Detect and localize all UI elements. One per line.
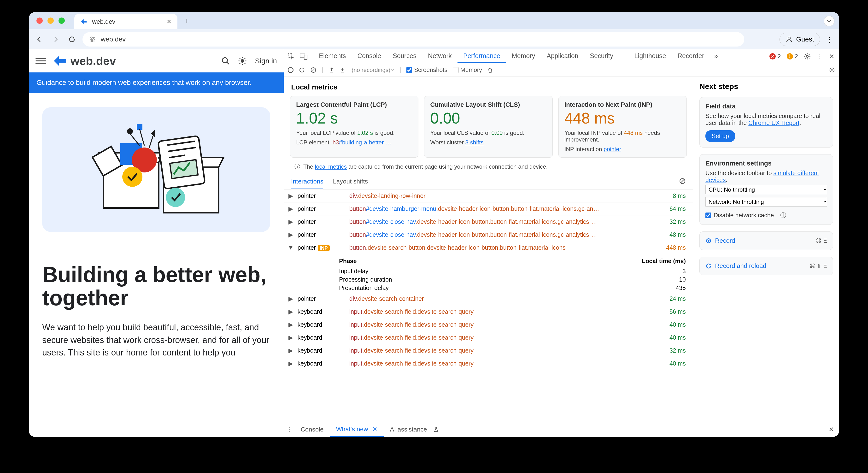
- theme-toggle-icon[interactable]: [238, 57, 247, 65]
- drawer-tab-ai[interactable]: AI assistance: [384, 422, 445, 437]
- browser-menu-button[interactable]: ⋮: [825, 35, 834, 43]
- close-icon[interactable]: ✕: [370, 425, 377, 433]
- close-window[interactable]: [36, 18, 43, 24]
- close-tab-icon[interactable]: ✕: [166, 18, 172, 25]
- svg-line-12: [240, 63, 240, 64]
- devtools-tab-performance[interactable]: Performance: [458, 50, 506, 63]
- svg-point-1: [93, 39, 94, 40]
- gc-icon[interactable]: [487, 67, 493, 73]
- screenshots-checkbox[interactable]: Screenshots: [406, 66, 447, 73]
- browser-toolbar: web.dev Guest ⋮: [29, 29, 839, 50]
- forward-button[interactable]: [50, 34, 61, 45]
- error-count[interactable]: ✕2: [770, 53, 781, 60]
- url-text: web.dev: [101, 35, 126, 43]
- recordings-select[interactable]: (no recordings): [351, 66, 395, 73]
- devtools-tab-network[interactable]: Network: [422, 50, 458, 63]
- collapse-tabs-button[interactable]: [824, 16, 834, 26]
- interaction-row[interactable]: ▶keyboardinput.devsite-search-field.devs…: [284, 331, 693, 344]
- drawer-tab-console[interactable]: Console: [294, 422, 330, 437]
- back-button[interactable]: [34, 34, 45, 45]
- browser-tabstrip: web.dev ✕ ＋: [29, 12, 839, 29]
- clear-interactions-icon[interactable]: [679, 178, 686, 189]
- device-toolbar-icon[interactable]: [300, 53, 307, 60]
- local-metrics-note: ⓘ The local metrics are captured from th…: [284, 157, 693, 173]
- record-card[interactable]: Record ⌘ E: [700, 232, 833, 250]
- devtools-tab-sources[interactable]: Sources: [387, 50, 422, 63]
- warning-count[interactable]: !2: [787, 53, 798, 60]
- interaction-row[interactable]: ▶pointerbutton#devsite-close-nav.devsite…: [284, 228, 693, 241]
- help-icon[interactable]: ⓘ: [780, 211, 786, 219]
- page-content: web.dev Sign in Guidance to build modern…: [29, 50, 284, 437]
- memory-checkbox[interactable]: Memory: [453, 66, 482, 73]
- svg-point-3: [788, 37, 790, 39]
- svg-rect-33: [304, 55, 307, 59]
- search-icon[interactable]: [221, 57, 230, 65]
- more-tabs-icon[interactable]: »: [710, 50, 722, 63]
- devtools-tab-memory[interactable]: Memory: [506, 50, 541, 63]
- inp-value: 448 ms: [564, 110, 681, 127]
- lcp-metric-card: Largest Contentful Paint (LCP) 1.02 s Yo…: [290, 96, 418, 157]
- svg-point-4: [222, 58, 227, 63]
- devtools-tab-console[interactable]: Console: [352, 50, 387, 63]
- tab-layout-shifts[interactable]: Layout shifts: [333, 178, 368, 189]
- interaction-row[interactable]: ▶pointerbutton#devsite-hamburger-menu.de…: [284, 202, 693, 215]
- devtools-menu-icon[interactable]: ⋮: [817, 53, 823, 60]
- cpu-throttle-select[interactable]: CPU: No throttling: [706, 185, 827, 194]
- record-icon[interactable]: [288, 67, 293, 73]
- address-bar[interactable]: web.dev: [83, 32, 744, 47]
- cls-shifts-link[interactable]: 3 shifts: [465, 139, 484, 146]
- network-throttle-select[interactable]: Network: No throttling: [706, 197, 827, 207]
- clear-icon[interactable]: [310, 67, 316, 73]
- sign-in-link[interactable]: Sign in: [255, 57, 277, 65]
- new-tab-button[interactable]: ＋: [181, 14, 193, 27]
- guest-icon: [785, 36, 793, 43]
- close-devtools-icon[interactable]: ✕: [829, 53, 834, 60]
- drawer-tab-whatsnew[interactable]: What's new ✕: [330, 422, 384, 437]
- interaction-row[interactable]: ▶pointerbutton#devsite-close-nav.devsite…: [284, 215, 693, 228]
- svg-point-30: [166, 188, 185, 207]
- close-drawer-icon[interactable]: ✕: [824, 422, 839, 437]
- performance-main: Local metrics Largest Contentful Paint (…: [284, 77, 693, 422]
- svg-line-39: [681, 179, 684, 183]
- env-settings-card: Environment settings Use the device tool…: [700, 154, 833, 225]
- interaction-row[interactable]: ▶keyboardinput.devsite-search-field.devs…: [284, 344, 693, 357]
- settings-icon[interactable]: [804, 53, 811, 60]
- interaction-row[interactable]: ▶pointerdiv.devsite-search-container24 m…: [284, 292, 693, 305]
- cls-value: 0.00: [430, 110, 547, 127]
- interaction-row[interactable]: ▶keyboardinput.devsite-search-field.devs…: [284, 318, 693, 331]
- interaction-row[interactable]: ▼pointerINPbutton.devsite-search-button.…: [284, 241, 693, 254]
- maximize-window[interactable]: [59, 18, 65, 24]
- perf-settings-icon[interactable]: [829, 67, 835, 73]
- devtools-tabbar: ElementsConsoleSourcesNetworkPerformance…: [284, 50, 839, 63]
- hero-illustration: [42, 107, 270, 232]
- local-metrics-link[interactable]: local metrics: [315, 164, 347, 170]
- disable-cache-checkbox[interactable]: [706, 212, 711, 218]
- svg-point-5: [241, 59, 244, 63]
- profile-chip[interactable]: Guest: [779, 33, 820, 46]
- inspect-icon[interactable]: [287, 53, 294, 60]
- crux-link[interactable]: Chrome UX Report: [748, 119, 799, 126]
- site-settings-icon[interactable]: [89, 36, 96, 43]
- hamburger-menu[interactable]: [35, 56, 46, 66]
- minimize-window[interactable]: [48, 18, 54, 24]
- setup-button[interactable]: Set up: [706, 130, 735, 142]
- download-icon[interactable]: [340, 67, 345, 73]
- devtools-tab-elements[interactable]: Elements: [313, 50, 352, 63]
- interaction-row[interactable]: ▶keyboardinput.devsite-search-field.devs…: [284, 305, 693, 318]
- reload-button[interactable]: [66, 34, 78, 45]
- devtools-tab-security[interactable]: Security: [584, 50, 619, 63]
- upload-icon[interactable]: [329, 67, 335, 73]
- site-logo[interactable]: web.dev: [53, 54, 116, 68]
- interaction-row[interactable]: ▶keyboardinput.devsite-search-field.devs…: [284, 357, 693, 370]
- tab-interactions[interactable]: Interactions: [291, 178, 323, 189]
- reload-record-icon[interactable]: [299, 67, 305, 73]
- browser-tab[interactable]: web.dev ✕: [74, 14, 178, 29]
- inp-metric-card: Interaction to Next Paint (INP) 448 ms Y…: [558, 96, 687, 157]
- inp-interaction-link[interactable]: pointer: [603, 146, 621, 152]
- interaction-row[interactable]: ▶pointerdiv.devsite-landing-row-inner8 m…: [284, 189, 693, 202]
- devtools-tab-recorder[interactable]: Recorder: [672, 50, 710, 63]
- record-reload-card[interactable]: Record and reload ⌘ ⇧ E: [700, 257, 833, 275]
- drawer-menu-icon[interactable]: ⋮: [284, 422, 294, 437]
- devtools-tab-lighthouse[interactable]: Lighthouse: [628, 50, 672, 63]
- devtools-tab-application[interactable]: Application: [541, 50, 584, 63]
